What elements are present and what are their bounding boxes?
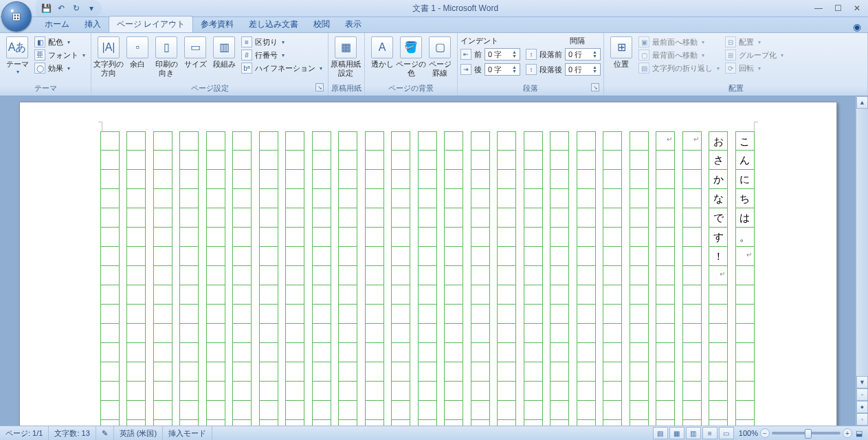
window-title: 文書 1 - Microsoft Word: [102, 3, 809, 14]
text-wrap-button[interactable]: ▤文字列の折り返し▾: [637, 62, 721, 74]
grid-cell: [524, 170, 542, 189]
grid-cell: [180, 247, 198, 266]
theme-effects-button[interactable]: ◯効果▾: [33, 62, 87, 74]
themes-button[interactable]: Aあ テーマ ▾: [3, 34, 32, 76]
indent-left-input[interactable]: 0 字▲▼: [485, 48, 520, 60]
dialog-launcher-icon[interactable]: ↘: [315, 83, 324, 91]
status-word-count[interactable]: 文字数: 13: [49, 426, 96, 440]
zoom-out-button[interactable]: −: [760, 428, 770, 438]
grid-cell: [550, 170, 568, 189]
line-numbers-button[interactable]: #行番号▾: [240, 49, 324, 61]
zoom-slider[interactable]: [772, 432, 841, 434]
columns-button[interactable]: ▥段組み: [210, 34, 238, 70]
view-web-button[interactable]: ▥: [686, 427, 701, 439]
rotate-button[interactable]: ⟳回転▾: [724, 62, 785, 74]
grid-cell: [683, 305, 701, 324]
columns-icon: ▥: [213, 36, 235, 58]
minimize-button[interactable]: —: [809, 1, 828, 15]
grid-cell: [286, 305, 304, 324]
office-button[interactable]: ⊞: [1, 1, 32, 32]
redo-icon[interactable]: ↻: [70, 2, 82, 14]
page-borders-button[interactable]: ▢ページ 罫線: [425, 34, 454, 78]
text-direction-button[interactable]: |A|文字列の 方向: [94, 34, 123, 78]
indent-right-input[interactable]: 0 字▲▼: [485, 63, 520, 76]
view-draft-button[interactable]: ▭: [719, 427, 734, 439]
save-icon[interactable]: 💾: [40, 2, 52, 14]
browse-object-icon[interactable]: ●: [856, 401, 868, 413]
scroll-up-icon[interactable]: ▲: [856, 96, 868, 109]
maximize-button[interactable]: ☐: [828, 1, 847, 15]
grid-cell: ！: [709, 247, 727, 266]
scroll-track[interactable]: [856, 109, 868, 376]
grid-cell: [154, 362, 172, 382]
view-full-screen-button[interactable]: ▦: [669, 427, 685, 439]
prev-page-icon[interactable]: ◦: [856, 388, 868, 401]
status-language[interactable]: 英語 (米国): [114, 426, 163, 440]
view-print-layout-button[interactable]: ▤: [653, 427, 668, 439]
watermark-button[interactable]: A透かし: [368, 34, 397, 70]
grid-cell: [577, 266, 595, 285]
next-page-icon[interactable]: ◦: [856, 413, 868, 426]
view-outline-button[interactable]: ≡: [702, 427, 717, 439]
dialog-launcher-icon[interactable]: ↘: [591, 83, 599, 91]
margins-button[interactable]: ▫余白: [123, 34, 152, 70]
group-themes-label: テーマ: [3, 82, 88, 94]
tab-view[interactable]: 表示: [337, 16, 369, 32]
scroll-down-icon[interactable]: ▼: [856, 376, 868, 388]
grid-cell: [339, 189, 357, 208]
page-color-button[interactable]: 🪣ページの 色: [397, 34, 425, 78]
theme-colors-button[interactable]: ◧配色▾: [33, 36, 87, 48]
size-label: サイズ: [184, 60, 207, 69]
space-after-input[interactable]: 0 行▲▼: [565, 63, 601, 76]
grid-cell: [260, 285, 278, 305]
grid-cell: [419, 382, 436, 401]
grid-cell: [180, 305, 198, 324]
grid-cell: [577, 131, 595, 151]
undo-icon[interactable]: ↶: [55, 2, 67, 14]
close-button[interactable]: ✕: [847, 1, 867, 15]
group-objects-button[interactable]: ⊞グループ化▾: [724, 49, 785, 61]
themes-label: テーマ: [6, 60, 29, 69]
grid-cell: [498, 170, 515, 189]
send-back-button[interactable]: ▢最背面へ移動▾: [637, 49, 721, 61]
rotate-label: 回転: [739, 63, 754, 74]
status-proofing[interactable]: ✎: [96, 426, 114, 440]
vertical-scrollbar[interactable]: ▲ ▼ ◦ ● ◦: [856, 96, 868, 426]
tab-review[interactable]: 校閲: [306, 16, 337, 32]
grid-cell: [656, 305, 674, 324]
qat-more-icon[interactable]: ▾: [85, 2, 98, 14]
orientation-button[interactable]: ▯印刷の 向き: [152, 34, 181, 78]
page[interactable]: こんにちは。おさかなです！↵↵↵↵: [19, 102, 837, 426]
bring-front-button[interactable]: ▣最前面へ移動▾: [637, 36, 721, 48]
grid-cell: [683, 266, 701, 285]
grid-cell: [127, 401, 145, 420]
space-before-input[interactable]: 0 行▲▼: [565, 48, 601, 60]
grid-cell: [683, 420, 701, 426]
window-controls: — ☐ ✕: [809, 1, 867, 15]
position-button[interactable]: ⊞位置: [607, 34, 636, 70]
tab-mailings[interactable]: 差し込み文書: [241, 16, 306, 32]
breaks-button[interactable]: ≡区切り▾: [240, 36, 324, 48]
tab-references[interactable]: 参考資料: [193, 16, 241, 32]
grid-cell: [207, 170, 225, 189]
help-icon[interactable]: ◉: [853, 21, 861, 32]
theme-fonts-button[interactable]: 亜フォント▾: [33, 49, 87, 61]
grid-cell: [366, 362, 383, 382]
size-button[interactable]: ▭サイズ: [181, 34, 210, 70]
grid-cell: [233, 401, 251, 420]
zoom-in-button[interactable]: +: [843, 428, 852, 438]
zoom-fit-icon[interactable]: ⬓: [854, 429, 864, 438]
grid-cell: [445, 189, 463, 208]
hyphenation-button[interactable]: bªハイフネーション▾: [240, 62, 324, 74]
status-page[interactable]: ページ: 1/1: [0, 426, 49, 440]
grid-cell: [154, 228, 172, 247]
tab-insert[interactable]: 挿入: [77, 16, 109, 32]
genkoyoushi-label: 原稿用紙 設定: [331, 60, 361, 77]
genkoyoushi-button[interactable]: ▦原稿用紙 設定: [331, 34, 360, 78]
tab-home[interactable]: ホーム: [37, 16, 77, 32]
grid-cell: [656, 170, 674, 189]
align-button[interactable]: ⊟配置▾: [724, 36, 785, 48]
zoom-value[interactable]: 100%: [739, 429, 758, 437]
status-insert-mode[interactable]: 挿入モード: [163, 426, 212, 440]
tab-page-layout[interactable]: ページ レイアウト: [109, 16, 193, 32]
